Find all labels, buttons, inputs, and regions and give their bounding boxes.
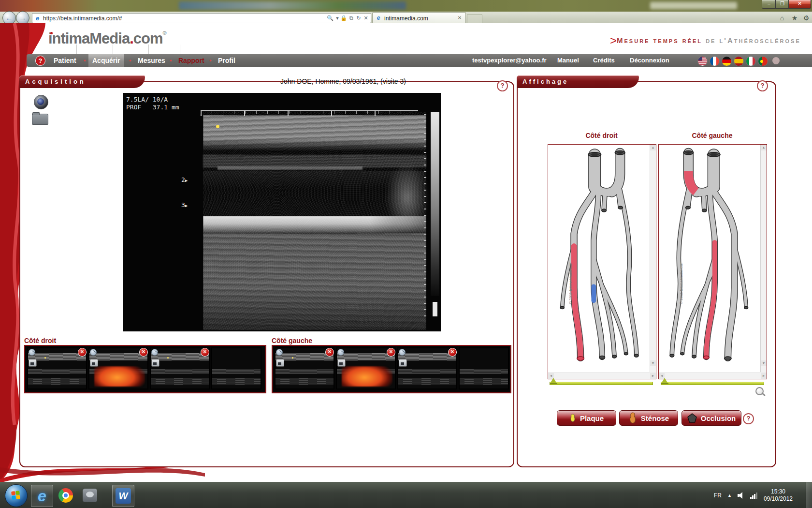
legend-help-icon[interactable]: ? xyxy=(743,413,754,424)
save-disk-icon[interactable] xyxy=(337,359,346,367)
nav-item-mesures[interactable]: Mesures xyxy=(134,54,169,67)
delete-thumbnail-icon[interactable]: ✕ xyxy=(201,348,209,357)
camera-capture-icon[interactable] xyxy=(34,95,48,109)
taskbar-gimp-icon[interactable] xyxy=(79,485,101,506)
tab-title[interactable]: intimamedia.com xyxy=(384,15,428,22)
save-disk-icon[interactable] xyxy=(151,359,160,367)
nav-link-manuel[interactable]: Manuel xyxy=(557,54,579,67)
nav-link-deconnexion[interactable]: Déconnexion xyxy=(630,54,669,67)
thumbnail[interactable]: ✕ xyxy=(397,347,457,389)
us-side-ruler xyxy=(424,114,426,322)
thumbnail[interactable]: ✕ xyxy=(275,347,334,389)
save-disk-icon[interactable] xyxy=(276,359,284,367)
browser-forward-button[interactable]: → xyxy=(16,11,29,25)
scroll-down-icon[interactable]: ▼ xyxy=(650,360,656,366)
nav-item-rapport[interactable]: Rapport xyxy=(174,54,208,67)
thumbnail[interactable]: ✕ xyxy=(88,347,148,389)
save-disk-icon[interactable] xyxy=(90,359,98,367)
scroll-up-icon[interactable]: ▲ xyxy=(761,145,767,150)
thumbnail[interactable]: ✕ xyxy=(336,347,396,389)
artery-tree[interactable] xyxy=(549,146,649,371)
scroll-down-icon[interactable]: ▼ xyxy=(761,360,767,366)
save-disk-icon[interactable] xyxy=(399,359,407,367)
flag-de-icon[interactable] xyxy=(722,56,732,66)
slider-handle[interactable] xyxy=(550,378,557,384)
delete-thumbnail-icon[interactable]: ✕ xyxy=(139,348,148,357)
diagram-vertical-scrollbar[interactable]: ▲ ▼ xyxy=(760,145,767,372)
flag-us-icon[interactable] xyxy=(697,56,708,66)
flag-it-icon[interactable] xyxy=(746,56,756,66)
favorites-star-icon[interactable]: ★ xyxy=(790,14,799,22)
new-tab-button[interactable] xyxy=(467,14,482,24)
stenose-button[interactable]: Sténose xyxy=(619,410,678,426)
window-minimize-button[interactable]: – xyxy=(762,0,776,9)
header-divider xyxy=(148,45,149,54)
search-dropdown-icon[interactable]: ▾ xyxy=(335,15,340,22)
show-desktop-button[interactable] xyxy=(806,482,812,508)
slider-handle[interactable] xyxy=(661,378,668,384)
hidden-icons-chevron-icon[interactable]: ▲ xyxy=(727,493,732,498)
thumbnail[interactable]: ✕ xyxy=(27,347,87,389)
flag-pt-icon[interactable] xyxy=(758,56,768,66)
flag-fr-icon[interactable] xyxy=(710,56,720,66)
us-yellow-marker xyxy=(216,125,219,128)
delete-thumbnail-icon[interactable]: ✕ xyxy=(78,348,87,357)
network-icon[interactable] xyxy=(750,492,758,499)
scroll-right-icon[interactable]: ► xyxy=(761,373,767,379)
scroll-right-icon[interactable]: ► xyxy=(650,373,656,379)
open-folder-icon[interactable] xyxy=(32,114,48,125)
delete-thumbnail-icon[interactable]: ✕ xyxy=(325,348,334,357)
window-close-button[interactable]: ✕ xyxy=(788,0,811,9)
search-icon[interactable]: 🔍 xyxy=(326,15,334,22)
tagline-accent: Mesure temps réel xyxy=(617,36,702,45)
address-bar-url[interactable]: https://beta.intimamedia.com/# xyxy=(43,15,122,22)
artery-tree[interactable] xyxy=(660,146,759,371)
thumbnail-partial[interactable] xyxy=(211,347,261,389)
browser-back-button[interactable]: ← xyxy=(2,11,16,25)
acquisition-help-icon[interactable]: ? xyxy=(497,80,508,91)
ultrasound-image[interactable]: 7.5LA/ 10/A PROF 37.1 mm 2▶ 3▶ xyxy=(123,93,441,331)
taskbar-ie-icon[interactable]: e xyxy=(31,485,53,507)
volume-icon[interactable] xyxy=(738,492,744,499)
taskbar-clock[interactable]: 15:30 09/10/2012 xyxy=(764,488,793,503)
save-disk-icon[interactable] xyxy=(29,359,37,367)
diagram-vertical-scrollbar[interactable]: ▲ ▼ xyxy=(650,145,656,372)
thumbnail[interactable]: ✕ xyxy=(150,347,210,389)
flag-es-icon[interactable] xyxy=(734,56,744,66)
refresh-icon[interactable]: ↻ xyxy=(355,15,362,22)
home-icon[interactable]: ⌂ xyxy=(777,14,787,22)
clock-date: 09/10/2012 xyxy=(764,495,793,502)
artery-diagram-droit[interactable]: © 2011 IntimaMedia.com ▲ ▼ ◄ ► xyxy=(548,144,656,379)
delete-thumbnail-icon[interactable]: ✕ xyxy=(387,348,395,357)
occlusion-button[interactable]: Occlusion xyxy=(682,410,741,426)
zoom-slider-droit[interactable] xyxy=(550,382,653,385)
plaque-segment-red[interactable] xyxy=(706,242,714,357)
nav-item-profil[interactable]: Profil xyxy=(214,54,239,67)
address-bar[interactable]: e https://beta.intimamedia.com/# 🔍 ▾ 🔒 ⧉… xyxy=(32,13,371,23)
thumbnail-partial[interactable] xyxy=(459,347,509,389)
nav-help-icon[interactable]: ? xyxy=(35,56,45,66)
magnifier-icon[interactable] xyxy=(755,387,764,395)
diagram-horizontal-scrollbar[interactable]: ◄ ► xyxy=(659,373,767,379)
artery-diagram-gauche[interactable]: © 2011 IntimaMedia.com ▲ ▼ ◄ ► xyxy=(658,144,767,379)
stop-icon[interactable]: ✕ xyxy=(362,15,370,22)
affichage-help-icon[interactable]: ? xyxy=(757,80,768,91)
nav-item-patient[interactable]: Patient xyxy=(50,54,80,67)
tools-gear-icon[interactable]: ⚙ xyxy=(801,14,811,22)
diagram-horizontal-scrollbar[interactable]: ◄ ► xyxy=(548,373,656,379)
delete-thumbnail-icon[interactable]: ✕ xyxy=(448,348,457,357)
zoom-slider-gauche[interactable] xyxy=(661,382,764,385)
plaque-segment-red[interactable] xyxy=(688,171,696,192)
compatibility-view-icon[interactable]: ⧉ xyxy=(348,15,355,22)
taskbar-word-icon[interactable]: W xyxy=(112,485,134,507)
browser-tab[interactable]: e intimamedia.com ✕ xyxy=(372,12,466,24)
plaque-button[interactable]: Plaque xyxy=(557,410,616,426)
window-restore-button[interactable]: ❐ xyxy=(775,0,789,9)
nav-link-credits[interactable]: Crédits xyxy=(593,54,615,67)
tab-close-icon[interactable]: ✕ xyxy=(456,15,463,21)
start-button[interactable] xyxy=(5,484,28,507)
nav-item-acquerir[interactable]: Acquérir xyxy=(88,54,124,67)
scroll-up-icon[interactable]: ▲ xyxy=(650,145,656,150)
taskbar-chrome-icon[interactable] xyxy=(55,485,76,506)
language-indicator[interactable]: FR xyxy=(714,492,722,499)
